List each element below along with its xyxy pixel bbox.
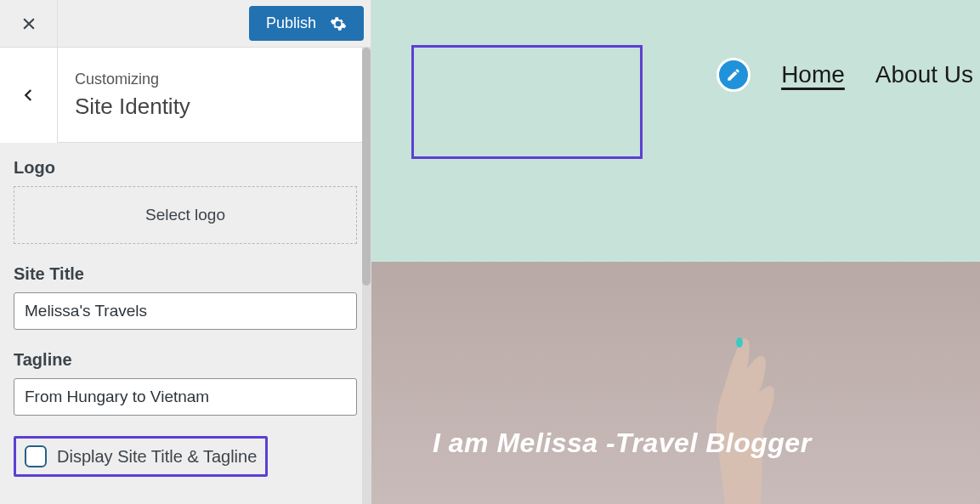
section-subtitle: Customizing (75, 71, 190, 88)
back-button[interactable] (0, 48, 58, 143)
site-title-label: Site Title (14, 264, 357, 284)
sidebar-header: Publish (0, 0, 371, 48)
pencil-icon (726, 67, 741, 82)
publish-button[interactable]: Publish (249, 6, 364, 41)
tagline-input[interactable] (14, 378, 357, 416)
close-button[interactable] (0, 0, 58, 48)
nav-link-home[interactable]: Home (781, 61, 845, 88)
tagline-field: Tagline (14, 350, 357, 416)
panel-body: Logo Select logo Site Title Tagline Disp… (0, 143, 371, 504)
section-titles: Customizing Site Identity (58, 55, 207, 135)
display-title-tagline-label: Display Site Title & Tagline (57, 447, 257, 467)
logo-placeholder[interactable] (411, 45, 643, 159)
section-title: Site Identity (75, 93, 190, 120)
chevron-left-icon (21, 88, 37, 103)
svg-point-0 (736, 337, 743, 348)
select-logo-button[interactable]: Select logo (14, 186, 357, 244)
site-title-input[interactable] (14, 292, 357, 330)
section-header: Customizing Site Identity (0, 48, 371, 143)
close-icon (20, 15, 37, 32)
scrollbar[interactable] (362, 48, 371, 504)
hero-hand-image (666, 262, 802, 504)
edit-shortcut-button[interactable] (717, 58, 751, 92)
display-title-tagline-field: Display Site Title & Tagline (14, 436, 268, 477)
display-title-tagline-checkbox[interactable] (25, 445, 47, 467)
scrollbar-thumb[interactable] (362, 48, 371, 286)
preview-header-area: Home About Us (371, 0, 980, 262)
customizer-sidebar: Publish Customizing Site Identity Logo S… (0, 0, 371, 504)
logo-field: Logo Select logo (14, 158, 357, 244)
hero-text: I am Melissa -Travel Blogger (433, 428, 812, 459)
site-title-field: Site Title (14, 264, 357, 330)
site-preview: Home About Us I am Melissa -Travel Blogg… (371, 0, 980, 504)
preview-nav: Home About Us (717, 58, 973, 92)
gear-icon (330, 15, 347, 32)
preview-hero: I am Melissa -Travel Blogger (371, 262, 980, 504)
logo-label: Logo (14, 158, 357, 178)
nav-link-about[interactable]: About Us (875, 61, 973, 88)
tagline-label: Tagline (14, 350, 357, 370)
publish-label: Publish (266, 14, 316, 32)
